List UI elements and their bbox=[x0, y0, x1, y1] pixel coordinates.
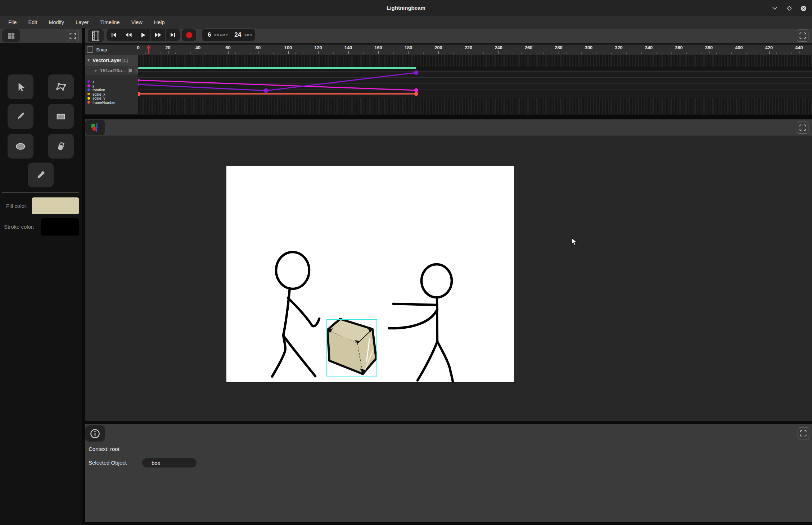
property-row-y[interactable]: y bbox=[85, 84, 138, 88]
pencil-tool-button[interactable] bbox=[8, 104, 33, 129]
menu-item-edit[interactable]: Edit bbox=[24, 18, 41, 26]
stick-figure-left[interactable] bbox=[272, 252, 319, 376]
eyedropper-tool-button[interactable] bbox=[28, 163, 54, 187]
selected-object-field[interactable]: box bbox=[142, 458, 197, 467]
transform-tool-button[interactable] bbox=[48, 74, 74, 99]
ruler-tick bbox=[401, 52, 401, 54]
stage[interactable] bbox=[226, 166, 514, 382]
selected-object-value: box bbox=[152, 460, 160, 466]
record-button[interactable] bbox=[182, 29, 196, 41]
chevron-down-icon[interactable]: ▼ bbox=[87, 58, 90, 62]
ruler-tick bbox=[235, 52, 236, 54]
skip-to-end-button[interactable] bbox=[166, 29, 180, 41]
rectangle-icon bbox=[55, 111, 67, 122]
canvas-header bbox=[85, 119, 812, 136]
menu-item-layer[interactable]: Layer bbox=[72, 18, 93, 26]
select-tool-button[interactable] bbox=[8, 74, 33, 99]
box-object[interactable] bbox=[327, 319, 377, 376]
keyframe-frameNumber[interactable] bbox=[138, 92, 140, 96]
square-icon bbox=[129, 69, 132, 72]
ruler-tick bbox=[251, 52, 251, 54]
ruler-tick bbox=[469, 51, 469, 54]
transform-nodes-icon bbox=[55, 81, 67, 93]
film-strip-icon bbox=[92, 31, 100, 41]
timeline-expand-button[interactable] bbox=[797, 29, 808, 42]
canvas-panel bbox=[85, 119, 812, 421]
paint-bucket-tool-button[interactable] bbox=[48, 134, 74, 159]
ruler-tick bbox=[566, 52, 567, 54]
property-row-rotation[interactable]: rotation bbox=[85, 88, 138, 92]
ruler-tick bbox=[378, 51, 379, 54]
ruler-tick bbox=[258, 51, 258, 54]
panel-grid-button[interactable] bbox=[2, 29, 20, 42]
fps-caption: FPS bbox=[244, 33, 252, 37]
ruler-tick bbox=[318, 51, 319, 54]
frame-value: 6 bbox=[208, 31, 211, 38]
keyframe-y[interactable] bbox=[138, 79, 140, 82]
chevron-down-icon[interactable]: ▼ bbox=[94, 69, 98, 73]
keyframe-x[interactable] bbox=[263, 88, 268, 93]
fill-color-swatch[interactable] bbox=[32, 197, 79, 214]
menu-item-help[interactable]: Help bbox=[150, 18, 169, 26]
menu-item-file[interactable]: File bbox=[4, 18, 21, 26]
skip-to-start-button[interactable] bbox=[107, 29, 121, 41]
layer-row-sublayer[interactable]: ▼ 151ad70a... ~ bbox=[85, 66, 138, 75]
ruler-tick bbox=[521, 52, 522, 54]
ellipse-tool-button[interactable] bbox=[8, 134, 33, 159]
film-button[interactable] bbox=[88, 29, 104, 42]
timeline-tracks[interactable] bbox=[138, 55, 812, 114]
ruler-tick bbox=[514, 52, 514, 54]
keyframe-x[interactable] bbox=[414, 70, 418, 75]
ruler-tick bbox=[168, 51, 168, 54]
sublayer-tilde-button[interactable]: ~ bbox=[135, 68, 138, 73]
menu-item-modify[interactable]: Modify bbox=[45, 18, 68, 26]
fast-forward-button[interactable] bbox=[151, 29, 166, 41]
keyframe-x[interactable] bbox=[138, 83, 140, 86]
ruler-tick bbox=[611, 52, 612, 54]
ruler-tick bbox=[649, 51, 649, 54]
ruler-tick bbox=[183, 52, 183, 54]
tools-panel-expand-button[interactable] bbox=[67, 30, 78, 42]
rectangle-tool-button[interactable] bbox=[48, 104, 74, 129]
stick-figure-right[interactable] bbox=[389, 264, 453, 382]
snap-checkbox[interactable] bbox=[87, 46, 93, 53]
canvas-tab[interactable] bbox=[85, 120, 105, 135]
ellipse-icon bbox=[15, 141, 26, 152]
maximize-button[interactable] bbox=[785, 4, 793, 12]
minimize-button[interactable] bbox=[771, 4, 779, 12]
ruler-tick bbox=[483, 52, 484, 54]
keyframe-y[interactable] bbox=[414, 88, 418, 92]
canvas-expand-button[interactable] bbox=[797, 122, 808, 134]
menu-item-view[interactable]: View bbox=[127, 18, 146, 26]
ruler-tick bbox=[363, 52, 364, 54]
sublayer-square-button[interactable] bbox=[128, 68, 132, 73]
timeline-ruler[interactable]: 0204060801001201401601802002202402602803… bbox=[138, 45, 812, 55]
property-row-frameNumber[interactable]: frameNumber bbox=[85, 100, 138, 105]
playhead[interactable] bbox=[146, 45, 151, 54]
info-tab[interactable] bbox=[85, 425, 105, 442]
ruler-tick bbox=[686, 52, 687, 54]
rewind-button[interactable] bbox=[121, 29, 136, 41]
ruler-label: 260 bbox=[525, 45, 533, 50]
stroke-color-swatch[interactable] bbox=[41, 218, 79, 236]
keyframe-frameNumber[interactable] bbox=[414, 92, 418, 96]
fill-color-label: Fill color: bbox=[6, 203, 28, 209]
ruler-label: 420 bbox=[765, 45, 773, 50]
property-row-scale_x[interactable]: scale_x bbox=[85, 92, 138, 96]
chevron-down-icon bbox=[772, 6, 777, 10]
close-button[interactable] bbox=[799, 4, 807, 12]
property-row-x[interactable]: x bbox=[85, 79, 138, 84]
play-button[interactable] bbox=[136, 29, 151, 41]
ruler-tick bbox=[739, 51, 739, 54]
property-row-scale_y[interactable]: scale_y bbox=[85, 96, 138, 100]
inspector-expand-button[interactable] bbox=[798, 427, 809, 439]
ruler-tick bbox=[716, 52, 717, 54]
stage-drawing bbox=[226, 166, 514, 382]
ruler-tick bbox=[506, 52, 506, 54]
ruler-label: 440 bbox=[795, 45, 803, 50]
layer-row-vectorlayer[interactable]: ▼ VectorLayer [L] bbox=[85, 55, 138, 66]
ruler-tick bbox=[762, 52, 762, 54]
layer-duration-bar[interactable] bbox=[138, 67, 416, 69]
grid-icon bbox=[7, 32, 15, 40]
menu-item-timeline[interactable]: Timeline bbox=[96, 18, 123, 26]
